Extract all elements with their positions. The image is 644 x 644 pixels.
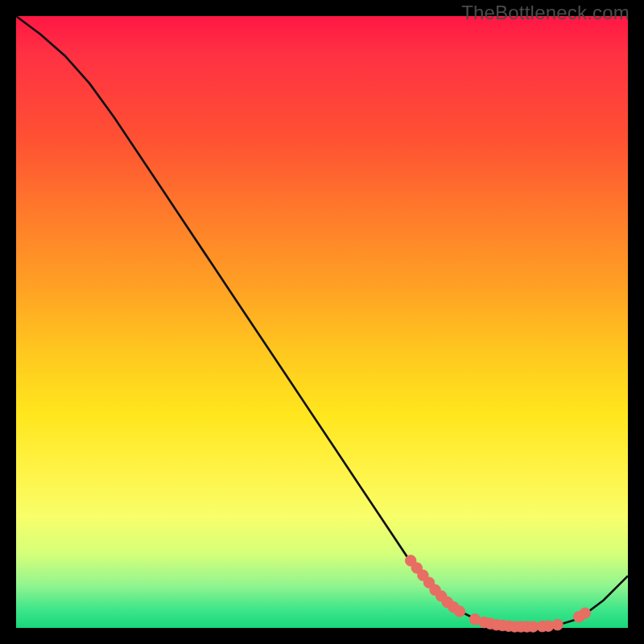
watermark-text: TheBottleneck.com bbox=[461, 2, 630, 24]
data-marker bbox=[454, 606, 465, 617]
chart-frame: TheBottleneck.com bbox=[0, 0, 644, 644]
data-marker bbox=[580, 608, 591, 619]
curve-svg bbox=[16, 16, 628, 628]
plot-area bbox=[16, 16, 628, 628]
data-marker bbox=[552, 619, 564, 630]
bottleneck-curve bbox=[16, 16, 628, 626]
marker-group bbox=[405, 555, 590, 633]
